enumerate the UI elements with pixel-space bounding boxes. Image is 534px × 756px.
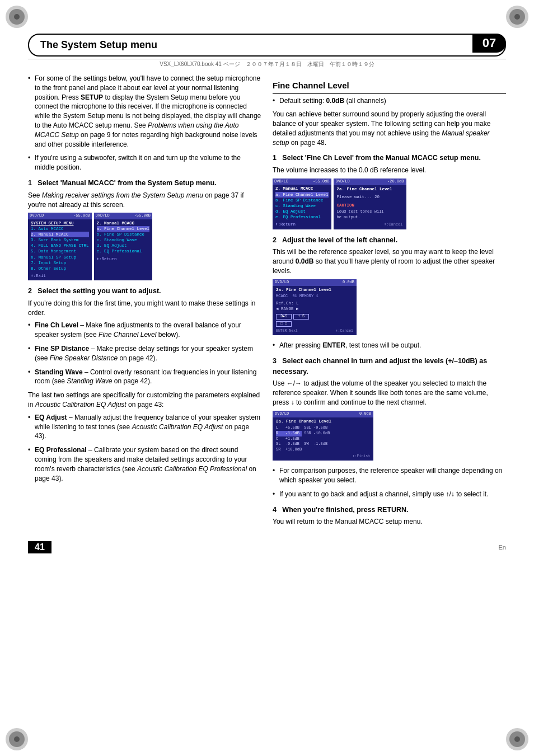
fine-channel-level-heading: Fine Channel Level — [273, 79, 506, 94]
screen-fine-ch-adjust: DVD/LD0.0dB 2a. Fine Channel Level MCACC… — [273, 279, 357, 335]
screen-fine-ch-wait-right: DVD/LD-20.0dB 2a. Fine Channel Level Ple… — [334, 179, 406, 229]
right-step1-text: The volume increases to the 0.0 dB refer… — [273, 166, 506, 175]
right-step3-heading: 3 Select each channel in turn and adjust… — [273, 356, 506, 377]
left-step2-text: If you're doing this for the first time,… — [28, 299, 261, 318]
last-two-text: The last two settings are specifically f… — [28, 391, 261, 410]
step3-note-2: If you want to go back and adjust a chan… — [273, 490, 506, 499]
step3-note-1: For comparison purposes, the reference s… — [273, 466, 506, 485]
step2-note: After pressing ENTER, test tones will be… — [273, 341, 506, 350]
eq-adjust: EQ Adjust – Manually adjust the frequenc… — [28, 413, 261, 441]
page-footer: 41 En — [28, 541, 506, 553]
adjust-bullets: Fine Ch Level – Make fine adjustments to… — [28, 321, 261, 386]
intro-bullets: For some of the settings below, you'll h… — [28, 74, 261, 172]
step3-bullets: For comparison purposes, the reference s… — [273, 466, 506, 499]
corner-br — [506, 728, 528, 750]
right-column: Fine Channel Level Default setting: 0.0d… — [273, 74, 506, 530]
corner-tl — [6, 6, 28, 28]
screen-manual-mcacc: DVD/LD-55.0dB 2. Manual MCACC a. Fine Ch… — [94, 213, 153, 280]
default-setting: Default setting: 0.0dB (all channels) — [273, 96, 506, 106]
right-step2-screen: DVD/LD0.0dB 2a. Fine Channel Level MCACC… — [273, 279, 506, 335]
jp-header: VSX_LX60LX70.book 41 ページ ２００７年７月１８日 水曜日 … — [28, 59, 506, 68]
screen-fine-ch-levels: DVD/LD0.0dB 2a. Fine Channel Level L +5.… — [273, 411, 373, 461]
default-setting-bullet: Default setting: 0.0dB (all channels) — [273, 96, 506, 106]
fine-ch-desc: You can achieve better surround sound by… — [273, 110, 506, 147]
step1-screens: DVD/LD-55.0dB SYSTEM SETUP MENU 1. Auto … — [28, 213, 261, 280]
bullet-1: For some of the settings below, you'll h… — [28, 74, 261, 149]
right-step1-screens: DVD/LD-55.0dB 2. Manual MCACC a. Fine Ch… — [273, 179, 506, 229]
content-wrapper: For some of the settings below, you'll h… — [28, 74, 506, 530]
right-step1-heading: 1 Select 'Fine Ch Level' from the Manual… — [273, 153, 506, 163]
eq-bullets: EQ Adjust – Manually adjust the frequenc… — [28, 413, 261, 483]
right-step2-heading: 2 Adjust the level of the left channel. — [273, 235, 506, 246]
left-step1-text: See Making receiver settings from the Sy… — [28, 191, 261, 210]
left-step2-heading: 2 Select the setting you want to adjust. — [28, 286, 261, 297]
right-step4-text: You will return to the Manual MCACC setu… — [273, 517, 506, 527]
right-step2-text: This will be the reference speaker level… — [273, 247, 506, 275]
adjust-fine-sp: Fine SP Distance – Make precise delay se… — [28, 344, 261, 363]
corner-bl — [6, 728, 28, 750]
page-header: The System Setup menu 07 — [28, 34, 506, 57]
screen-sys-setup: DVD/LD-55.0dB SYSTEM SETUP MENU 1. Auto … — [28, 213, 92, 280]
bullet-2: If you're using a subwoofer, switch it o… — [28, 153, 261, 172]
step2-note-bullet: After pressing ENTER, test tones will be… — [273, 341, 506, 350]
corner-tr — [506, 6, 528, 28]
left-step1-heading: 1 Select 'Manual MCACC' from the System … — [28, 178, 261, 189]
eq-professional: EQ Professional – Calibrate your system … — [28, 445, 261, 483]
page-number-bottom: 41 — [28, 541, 51, 553]
page-title: The System Setup menu — [40, 39, 157, 51]
adjust-fine-ch: Fine Ch Level – Make fine adjustments to… — [28, 321, 261, 340]
page-lang: En — [499, 544, 506, 551]
right-step4-heading: 4 When you're finished, press RETURN. — [273, 505, 506, 515]
right-step3-screen: DVD/LD0.0dB 2a. Fine Channel Level L +5.… — [273, 411, 506, 461]
right-step3-text: Use ←/→ to adjust the volume of the spea… — [273, 379, 506, 407]
adjust-standing-wave: Standing Wave – Control overly resonant … — [28, 368, 261, 387]
page-number: 07 — [472, 34, 506, 53]
screen-fine-ch-wait-left: DVD/LD-55.0dB 2. Manual MCACC a. Fine Ch… — [273, 179, 331, 229]
left-column: For some of the settings below, you'll h… — [28, 74, 261, 530]
